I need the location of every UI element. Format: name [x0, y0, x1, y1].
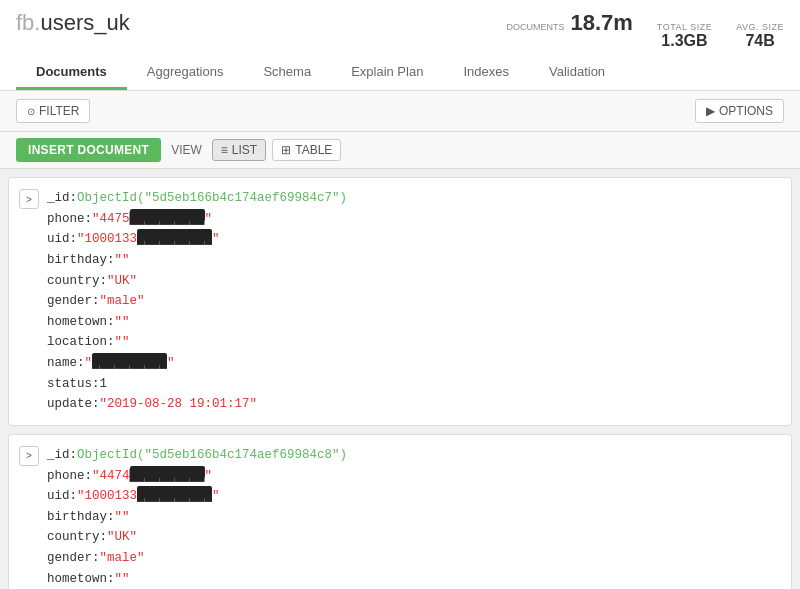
table-icon: ⊞	[281, 143, 291, 157]
documents-stat-label: DOCUMENTS	[506, 22, 564, 32]
field-key: hometown:	[47, 569, 115, 589]
field-value-redacted-quote: "	[77, 486, 85, 507]
field-value-string: "UK"	[107, 271, 137, 292]
field-key: hometown:	[47, 312, 115, 333]
field-value-redacted-quote: "	[92, 209, 100, 230]
field-value-redacted-quote-end: "	[205, 209, 213, 230]
field-key: gender:	[47, 291, 100, 312]
tab-explain-plan[interactable]: Explain Plan	[331, 56, 443, 90]
field-value-prefix: 4474	[100, 466, 130, 487]
field-line: birthday: ""	[47, 507, 777, 528]
options-arrow-icon: ▶	[706, 104, 715, 118]
collection-title: fb.users_uk	[16, 10, 130, 36]
field-value-string: ""	[115, 507, 130, 528]
view-label: VIEW	[171, 143, 202, 157]
field-value-redacted-quote-end: "	[205, 466, 213, 487]
field-line: location: ""	[47, 332, 777, 353]
avg-size-value: 74B	[745, 32, 774, 50]
expand-button-1[interactable]: >	[19, 189, 39, 209]
field-key: _id:	[47, 445, 77, 466]
field-value-number: 1	[100, 374, 108, 395]
field-key: phone:	[47, 466, 92, 487]
field-value-string: ""	[115, 569, 130, 589]
tab-aggregations[interactable]: Aggregations	[127, 56, 244, 90]
view-toggle: ≡ LIST ⊞ TABLE	[212, 139, 341, 161]
field-line: phone: "4475██████████"	[47, 209, 777, 230]
avg-size-label: AVG. SIZE	[736, 22, 784, 32]
redacted-value: ██████████	[130, 209, 205, 221]
db-name: fb.	[16, 10, 40, 35]
field-key: gender:	[47, 548, 100, 569]
documents-stat-value: 18.7m	[570, 10, 632, 36]
filter-button[interactable]: ⊙ FILTER	[16, 99, 90, 123]
field-value-redacted-quote: "	[92, 466, 100, 487]
field-line: phone: "4474██████████"	[47, 466, 777, 487]
field-value-redacted-quote: "	[77, 229, 85, 250]
redacted-value: ██████████	[92, 353, 167, 365]
document-fields-2: _id: ObjectId("5d5eb166b4c174aef69984c8"…	[47, 445, 777, 589]
field-value-string: "2019-08-28 19:01:17"	[100, 394, 258, 415]
filter-input[interactable]	[98, 104, 687, 119]
field-key: name:	[47, 353, 85, 374]
field-value-objectid: ObjectId("5d5eb166b4c174aef69984c8")	[77, 445, 347, 466]
redacted-value: ██████████	[137, 229, 212, 241]
total-size-stat: TOTAL SIZE 1.3GB	[657, 22, 712, 50]
field-line: uid: "1000133██████████"	[47, 486, 777, 507]
redacted-value: ██████████	[130, 466, 205, 478]
field-line: gender: "male"	[47, 548, 777, 569]
field-key: location:	[47, 332, 115, 353]
collection-name: users_uk	[40, 10, 129, 35]
documents-stat: DOCUMENTS 18.7m	[506, 10, 632, 36]
field-line: birthday: ""	[47, 250, 777, 271]
app-header: fb.users_uk DOCUMENTS 18.7m TOTAL SIZE 1…	[0, 0, 800, 91]
field-value-redacted-quote-end: "	[212, 229, 220, 250]
field-key: update:	[47, 394, 100, 415]
header-stats: DOCUMENTS 18.7m TOTAL SIZE 1.3GB AVG. SI…	[506, 10, 784, 50]
document-fields-1: _id: ObjectId("5d5eb166b4c174aef69984c7"…	[47, 188, 777, 415]
tab-validation[interactable]: Validation	[529, 56, 625, 90]
field-key: _id:	[47, 188, 77, 209]
field-key: uid:	[47, 229, 77, 250]
field-line: hometown: ""	[47, 569, 777, 589]
field-value-redacted-quote-end: "	[212, 486, 220, 507]
field-value-string: ""	[115, 332, 130, 353]
field-key: country:	[47, 527, 107, 548]
tab-schema[interactable]: Schema	[243, 56, 331, 90]
field-line: hometown: ""	[47, 312, 777, 333]
header-top: fb.users_uk DOCUMENTS 18.7m TOTAL SIZE 1…	[16, 10, 784, 50]
field-key: uid:	[47, 486, 77, 507]
tab-indexes[interactable]: Indexes	[443, 56, 529, 90]
total-size-label: TOTAL SIZE	[657, 22, 712, 32]
table-label: TABLE	[295, 143, 332, 157]
field-value-redacted-quote: "	[85, 353, 93, 374]
tab-documents[interactable]: Documents	[16, 56, 127, 90]
field-key: birthday:	[47, 507, 115, 528]
tab-bar: Documents Aggregations Schema Explain Pl…	[16, 56, 784, 90]
field-line: _id: ObjectId("5d5eb166b4c174aef69984c7"…	[47, 188, 777, 209]
field-line: country: "UK"	[47, 527, 777, 548]
field-value-prefix: 1000133	[85, 486, 138, 507]
document-card-1: >_id: ObjectId("5d5eb166b4c174aef69984c7…	[8, 177, 792, 426]
field-key: country:	[47, 271, 107, 292]
field-value-string: "male"	[100, 548, 145, 569]
table-view-button[interactable]: ⊞ TABLE	[272, 139, 341, 161]
expand-button-2[interactable]: >	[19, 446, 39, 466]
documents-area: >_id: ObjectId("5d5eb166b4c174aef69984c7…	[0, 169, 800, 589]
field-line: uid: "1000133██████████"	[47, 229, 777, 250]
options-button[interactable]: ▶ OPTIONS	[695, 99, 784, 123]
redacted-value: ██████████	[137, 486, 212, 498]
field-value-string: "male"	[100, 291, 145, 312]
filter-icon: ⊙	[27, 106, 35, 117]
action-bar: INSERT DOCUMENT VIEW ≡ LIST ⊞ TABLE	[0, 132, 800, 169]
field-value-string: ""	[115, 312, 130, 333]
document-card-2: >_id: ObjectId("5d5eb166b4c174aef69984c8…	[8, 434, 792, 589]
field-line: update: "2019-08-28 19:01:17"	[47, 394, 777, 415]
field-value-prefix: 1000133	[85, 229, 138, 250]
field-value-prefix: 4475	[100, 209, 130, 230]
list-view-button[interactable]: ≡ LIST	[212, 139, 266, 161]
list-label: LIST	[232, 143, 257, 157]
options-label: OPTIONS	[719, 104, 773, 118]
field-value-string: "UK"	[107, 527, 137, 548]
insert-document-button[interactable]: INSERT DOCUMENT	[16, 138, 161, 162]
field-line: name: "██████████"	[47, 353, 777, 374]
